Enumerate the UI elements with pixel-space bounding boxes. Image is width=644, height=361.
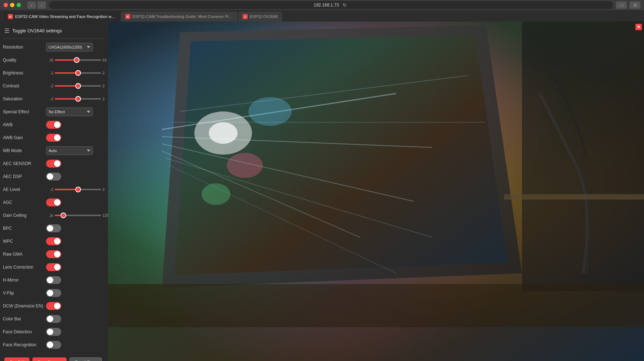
brightness-slider-container: -2 2 — [46, 71, 108, 75]
raw-gma-label: Raw GMA — [3, 252, 46, 257]
quality-row: Quality 10 63 — [3, 55, 105, 65]
ae-level-slider-container: -2 2 — [46, 188, 108, 192]
resolution-row: Resolution UXGA(1600x1200)SVGA(800x600)V… — [3, 42, 105, 52]
saturation-row: Saturation -2 2 — [3, 94, 105, 104]
ae-level-max: 2 — [103, 188, 108, 192]
quality-slider[interactable] — [55, 59, 101, 61]
dcw-label: DCW (Downsize EN) — [3, 303, 46, 309]
camera-feed: ✕ — [108, 22, 644, 361]
wb-mode-row: WB Mode AutoSunnyCloudyOfficeHome — [3, 146, 105, 155]
close-window-button[interactable] — [4, 3, 8, 7]
ae-level-slider[interactable] — [55, 189, 101, 190]
wb-mode-select[interactable]: AutoSunnyCloudyOfficeHome — [46, 146, 93, 155]
gain-ceiling-max: 128x — [103, 214, 108, 218]
dcw-toggle[interactable] — [46, 302, 61, 310]
sidebar-title: Toggle OV2640 settings — [12, 28, 62, 33]
tab-tab3[interactable]: 1ESP32 OV2640 — [238, 12, 282, 22]
back-button[interactable]: ‹ — [27, 1, 36, 9]
aec-sensor-toggle[interactable] — [46, 160, 61, 168]
wpc-toggle-knob — [54, 238, 60, 245]
saturation-label: Saturation — [3, 96, 46, 101]
menu-icon: ☰ — [4, 27, 9, 34]
svg-marker-7 — [175, 35, 508, 275]
special-effect-select[interactable]: No EffectNegativeGrayscaleRed TintGreen … — [46, 108, 93, 116]
gain-ceiling-control: 2x 128x — [46, 214, 108, 218]
raw-gma-toggle-knob — [54, 251, 60, 257]
contrast-max: 2 — [103, 84, 108, 88]
tab-tab2[interactable]: RESP32-CAM Troubleshooting Guide: Most C… — [121, 12, 238, 22]
tab-tab1[interactable]: RESP32-CAM Video Streaming and Face Reco… — [4, 12, 120, 22]
svg-point-22 — [227, 153, 263, 178]
special-effect-control: No EffectNegativeGrayscaleRed TintGreen … — [46, 108, 105, 116]
contrast-min: -2 — [46, 84, 53, 88]
color-bar-toggle[interactable] — [46, 315, 61, 323]
raw-gma-row: Raw GMA — [3, 250, 105, 259]
maximize-window-button[interactable] — [17, 3, 21, 7]
stop-stream-button[interactable]: Stop Stream — [32, 357, 67, 361]
v-flip-toggle-knob — [47, 290, 53, 296]
gain-ceiling-slider[interactable] — [55, 215, 101, 216]
agc-control — [46, 198, 105, 206]
get-still-button[interactable]: Get Still — [4, 357, 30, 361]
awb-label: AWB — [3, 122, 46, 127]
content-area: ☰ Toggle OV2640 settings Resolution UXGA… — [0, 22, 644, 361]
share-button[interactable]: ↑□ — [616, 1, 627, 9]
svg-point-21 — [248, 97, 292, 126]
bpc-toggle[interactable] — [46, 224, 61, 232]
aec-sensor-label: AEC SENSOR — [3, 161, 46, 166]
forward-button[interactable]: › — [37, 1, 46, 9]
browser-chrome: ‹ › 192.168.1.73 ↻ ↑□ ⊞ RESP32-CAM Video… — [0, 0, 644, 22]
saturation-max: 2 — [103, 97, 108, 101]
tab-bar: RESP32-CAM Video Streaming and Face Reco… — [0, 10, 644, 22]
extensions-button[interactable]: ⊞ — [630, 1, 640, 9]
contrast-row: Contrast -2 2 — [3, 81, 105, 91]
raw-gma-toggle[interactable] — [46, 250, 61, 258]
awb-gain-toggle[interactable] — [46, 134, 61, 142]
face-detection-toggle-knob — [47, 329, 53, 335]
url-bar[interactable]: 192.168.1.73 ↻ — [49, 1, 613, 9]
tab-label-tab3: ESP32 OV2640 — [250, 14, 278, 19]
color-bar-row: Color Bar — [3, 314, 105, 324]
brightness-max: 2 — [103, 71, 108, 75]
agc-label: AGC — [3, 200, 46, 205]
agc-toggle[interactable] — [46, 198, 61, 206]
v-flip-toggle[interactable] — [46, 289, 61, 297]
saturation-control: -2 2 — [46, 97, 108, 101]
tab-label-tab1: ESP32-CAM Video Streaming and Face Recog… — [15, 14, 116, 19]
lens-correction-toggle[interactable] — [46, 263, 61, 271]
wpc-toggle[interactable] — [46, 237, 61, 245]
saturation-slider[interactable] — [55, 98, 101, 100]
h-mirror-row: H-Mirror — [3, 275, 105, 285]
color-bar-control — [46, 315, 105, 323]
quality-slider-container: 10 63 — [46, 58, 108, 62]
color-bar-toggle-knob — [47, 316, 53, 322]
svg-rect-18 — [108, 284, 644, 327]
h-mirror-toggle[interactable] — [46, 276, 61, 284]
resolution-select[interactable]: UXGA(1600x1200)SVGA(800x600)VGA(640x480)… — [46, 43, 93, 51]
contrast-slider[interactable] — [55, 85, 101, 87]
brightness-slider[interactable] — [55, 72, 101, 74]
svg-point-20 — [209, 122, 238, 144]
brightness-min: -2 — [46, 71, 53, 75]
wb-mode-control: AutoSunnyCloudyOfficeHome — [46, 146, 105, 155]
enroll-face-button[interactable]: Enroll Face — [69, 357, 102, 361]
face-recognition-control — [46, 341, 105, 349]
close-feed-button[interactable]: ✕ — [635, 24, 642, 30]
ae-level-min: -2 — [46, 188, 53, 192]
nav-buttons: ‹ › — [27, 1, 46, 9]
awb-toggle[interactable] — [46, 121, 61, 129]
minimize-window-button[interactable] — [10, 3, 14, 7]
quality-max: 63 — [103, 58, 108, 62]
aec-dsp-toggle-knob — [47, 173, 53, 180]
face-recognition-toggle[interactable] — [46, 341, 61, 349]
face-detection-control — [46, 328, 105, 336]
refresh-button[interactable]: ↻ — [341, 1, 348, 9]
face-detection-toggle[interactable] — [46, 328, 61, 336]
raw-gma-control — [46, 250, 105, 258]
bpc-control — [46, 224, 105, 232]
quality-label: Quality — [3, 58, 46, 63]
action-buttons-row: Get Still Stop Stream Enroll Face — [3, 353, 105, 361]
resolution-label: Resolution — [3, 45, 46, 50]
svg-point-23 — [202, 183, 230, 205]
aec-dsp-toggle[interactable] — [46, 173, 61, 180]
